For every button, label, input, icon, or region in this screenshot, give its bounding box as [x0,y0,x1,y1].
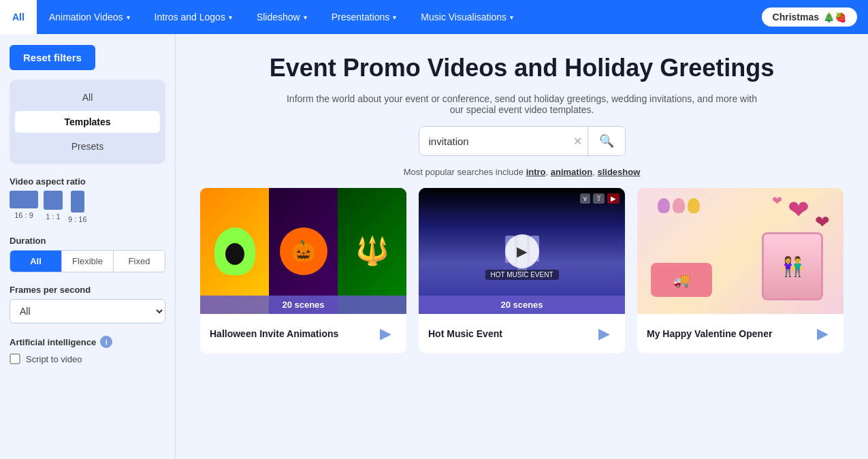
card-thumb-valentine[interactable]: ❤ ❤ ❤ 🚚 👫 [637,188,843,314]
filter-type-group: All Templates Presets [10,80,165,164]
card-hot-music: v 𝕋 ▶ HOT MUSIC EVENT ▶ 20 scenes Hot Mu… [419,188,625,353]
duration-group: All Flexible Fixed [10,250,165,272]
search-bar: ✕ 🔍 [419,126,626,156]
nav-label-presentations: Presentations [332,12,390,22]
aspect-1-1[interactable]: 1 : 1 [44,191,63,223]
filter-presets[interactable]: Presets [15,136,160,157]
clear-icon[interactable]: ✕ [568,135,588,148]
popular-searches: Most popular searches include intro, ani… [200,167,843,177]
nav-item-music-vis[interactable]: Music Visualisations ▾ [408,0,526,34]
reset-filters-button[interactable]: Reset filters [10,45,95,70]
cards-row: 🎃 🔱 20 scenes Halloween Invite Animation… [200,188,843,353]
aspect-ratio-section: Video aspect ratio 16 : 9 1 : 1 9 : 16 [10,174,165,223]
play-overlay-music[interactable]: ▶ [505,234,539,268]
chevron-down-icon: ▾ [304,14,307,21]
duration-all[interactable]: All [10,251,61,272]
chevron-down-icon: ▾ [229,14,232,21]
card-info-halloween: Halloween Invite Animations ▶ [200,314,406,353]
ai-header: Artificial intelligence i [10,336,165,348]
christmas-button[interactable]: Christmas 🎄🍓 [762,7,857,27]
script-to-video-checkbox-row[interactable]: Script to video [10,353,165,364]
nav-item-all[interactable]: All [0,0,37,34]
aspect-ratio-title: Video aspect ratio [10,176,165,187]
nav-label-all: All [12,12,25,22]
christmas-label: Christmas [773,12,819,22]
aspect-1-1-label: 1 : 1 [46,212,60,221]
search-icon: 🔍 [599,134,614,148]
duration-fixed[interactable]: Fixed [113,251,165,272]
nav-label-intros-logos: Intros and Logos [155,12,225,22]
card-play-valentine[interactable]: ▶ [811,322,834,345]
heart-icon-3: ❤ [772,193,782,208]
popular-link-animation[interactable]: animation [551,167,592,177]
card-thumb-music[interactable]: v 𝕋 ▶ HOT MUSIC EVENT ▶ 20 scenes [419,188,625,314]
aspect-9-16-label: 9 : 16 [68,215,87,223]
chevron-down-icon: ▾ [510,14,513,21]
card-halloween: 🎃 🔱 20 scenes Halloween Invite Animation… [200,188,406,353]
nav-item-presentations[interactable]: Presentations ▾ [319,0,409,34]
music-event-text: HOT MUSIC EVENT [485,270,558,280]
card-title-valentine: My Happy Valentine Opener [647,328,772,340]
nav-item-animation-videos[interactable]: Animation Videos ▾ [37,0,142,34]
page-title: Event Promo Videos and Holiday Greetings [200,53,843,82]
popular-link-slideshow[interactable]: slideshow [597,167,640,177]
chevron-down-icon: ▾ [393,14,396,21]
aspect-ratio-group: 16 : 9 1 : 1 9 : 16 [10,191,165,223]
aspect-9-16[interactable]: 9 : 16 [68,191,87,223]
info-icon[interactable]: i [100,336,112,348]
card-play-music[interactable]: ▶ [592,322,615,345]
ai-title: Artificial intelligence [10,337,96,347]
popular-link-intro[interactable]: intro [526,167,546,177]
fps-title: Frames per second [10,285,165,295]
card-title-music: Hot Music Event [428,328,502,340]
card-valentine: ❤ ❤ ❤ 🚚 👫 My [637,188,843,353]
card-info-valentine: My Happy Valentine Opener ▶ [637,314,843,353]
search-button[interactable]: 🔍 [588,127,625,155]
script-to-video-checkbox[interactable] [10,353,20,364]
christmas-icon: 🎄🍓 [823,12,846,22]
nav-label-animation-videos: Animation Videos [49,12,123,22]
script-to-video-label: Script to video [26,354,82,364]
page-subtitle: Inform the world about your event or con… [284,93,760,115]
fps-select[interactable]: All 24 25 30 60 [10,299,165,323]
card-title-halloween: Halloween Invite Animations [210,328,338,340]
card-info-music: Hot Music Event ▶ [419,314,625,353]
ai-section: Artificial intelligence i Script to vide… [10,336,165,364]
nav-label-music-vis: Music Visualisations [421,12,507,22]
heart-icon-2: ❤ [815,212,830,233]
chevron-down-icon: ▾ [127,14,130,21]
halloween-scenes-badge: 20 scenes [200,296,406,314]
aspect-16-9[interactable]: 16 : 9 [10,191,38,223]
filter-templates[interactable]: Templates [15,111,160,133]
body-wrap: Reset filters All Templates Presets Vide… [0,34,868,459]
aspect-wide-icon [10,191,38,208]
aspect-16-9-label: 16 : 9 [14,211,33,219]
main-content: Event Promo Videos and Holiday Greetings… [176,34,868,459]
nav-item-intros-logos[interactable]: Intros and Logos ▾ [142,0,244,34]
duration-section: Duration All Flexible Fixed [10,233,165,272]
filter-all[interactable]: All [15,86,160,108]
nav-item-slideshow[interactable]: Slideshow ▾ [244,0,319,34]
duration-flexible[interactable]: Flexible [61,251,113,272]
card-play-halloween[interactable]: ▶ [374,322,397,345]
balloons [658,198,700,213]
card-thumb-halloween[interactable]: 🎃 🔱 20 scenes [200,188,406,314]
music-scenes-badge: 20 scenes [419,296,625,314]
top-nav: All Animation Videos ▾ Intros and Logos … [0,0,868,34]
nav-label-slideshow: Slideshow [257,12,300,22]
search-input[interactable] [419,129,568,154]
aspect-square-icon [44,191,63,210]
duration-title: Duration [10,236,165,246]
fps-section: Frames per second All 24 25 30 60 [10,282,165,323]
truck-icon: 🚚 [651,263,712,297]
sidebar: Reset filters All Templates Presets Vide… [0,34,176,459]
heart-icon-1: ❤ [788,195,809,225]
couple-frame: 👫 [762,232,823,300]
aspect-tall-icon [71,191,84,212]
